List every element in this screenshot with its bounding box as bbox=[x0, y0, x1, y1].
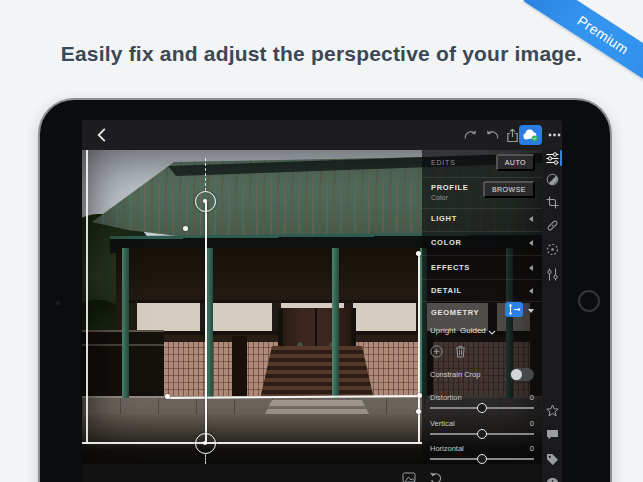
tool-strip bbox=[542, 150, 562, 482]
slider-knob-vertical[interactable] bbox=[477, 429, 487, 439]
slider-track-horizontal[interactable] bbox=[430, 458, 534, 460]
reset-button[interactable] bbox=[428, 470, 444, 482]
slider-track-distortion[interactable] bbox=[430, 407, 534, 409]
home-button bbox=[578, 290, 600, 312]
guide-handle-bottom[interactable] bbox=[195, 433, 216, 454]
right-vertical-guide-line[interactable] bbox=[418, 253, 420, 443]
front-camera-dot bbox=[55, 300, 61, 306]
divider bbox=[422, 301, 542, 302]
more-ellipsis-icon bbox=[548, 133, 561, 137]
profile-label: PROFILE bbox=[431, 183, 468, 192]
guide-endpoint-dot[interactable] bbox=[183, 226, 188, 231]
constrain-crop-toggle[interactable] bbox=[510, 368, 534, 381]
vertical-guide-line[interactable] bbox=[205, 201, 207, 443]
healing-band-aid-icon bbox=[546, 219, 559, 232]
selective-edit-tool-button[interactable] bbox=[542, 240, 562, 258]
edit-tool-button[interactable] bbox=[542, 149, 562, 167]
fine-tune-tool-button[interactable] bbox=[542, 265, 562, 283]
vertical-guide-dashed-extension bbox=[205, 454, 206, 464]
constrain-crop-label: Constrain Crop bbox=[430, 370, 480, 379]
back-chevron-icon bbox=[97, 128, 106, 142]
vertical-guide-dashed-extension bbox=[205, 158, 206, 191]
collapse-caret-icon bbox=[529, 240, 533, 246]
back-button[interactable] bbox=[92, 127, 110, 143]
headline: Easily fix and adjust the perspective of… bbox=[0, 42, 643, 66]
guide-handle-top[interactable] bbox=[195, 191, 216, 212]
slider-value-horizontal: 0 bbox=[530, 444, 534, 453]
slider-label-vertical: Vertical bbox=[430, 419, 455, 428]
guided-upright-tool-button[interactable] bbox=[505, 302, 523, 317]
section-detail[interactable]: DETAIL bbox=[431, 286, 462, 295]
slider-value-vertical: 0 bbox=[530, 419, 534, 428]
reset-arrow-icon bbox=[429, 471, 443, 482]
slider-label-distortion: Distortion bbox=[430, 393, 462, 402]
rate-tool-button[interactable] bbox=[542, 401, 562, 419]
star-icon bbox=[546, 404, 559, 417]
divider bbox=[422, 279, 542, 280]
divider bbox=[422, 255, 542, 256]
undo-icon bbox=[485, 129, 500, 142]
slider-label-horizontal: Horizontal bbox=[430, 444, 464, 453]
fine-tune-sliders-icon bbox=[546, 268, 559, 281]
healing-tool-button[interactable] bbox=[542, 216, 562, 234]
guided-upright-icon bbox=[507, 304, 521, 315]
info-tool-button[interactable] bbox=[542, 474, 562, 482]
profile-value: Color bbox=[431, 194, 448, 201]
guide-endpoint-dot[interactable] bbox=[416, 251, 421, 256]
edit-panel: EDITS AUTO PROFILE Color BROWSE LIGHT CO… bbox=[422, 150, 542, 464]
more-button[interactable] bbox=[545, 127, 562, 143]
cloud-sync-checked-icon bbox=[522, 129, 539, 142]
slider-knob-horizontal[interactable] bbox=[477, 454, 487, 464]
crop-rotate-icon bbox=[546, 196, 559, 209]
teal-pillar bbox=[206, 248, 213, 398]
teal-pillar bbox=[332, 248, 339, 398]
undo-button[interactable] bbox=[483, 127, 501, 143]
ipad-device-frame: EDITS AUTO PROFILE Color BROWSE LIGHT CO… bbox=[38, 98, 612, 482]
share-icon bbox=[506, 128, 519, 143]
upright-label: Upright bbox=[430, 326, 456, 335]
edit-controls-icon bbox=[546, 152, 559, 165]
add-guide-button[interactable] bbox=[430, 344, 443, 357]
before-after-frame-icon bbox=[402, 471, 416, 482]
upright-mode-dropdown[interactable]: Guided bbox=[460, 326, 486, 335]
edits-label: EDITS bbox=[431, 159, 456, 166]
teal-pillar bbox=[122, 248, 129, 398]
dotted-circle-icon bbox=[546, 243, 559, 256]
profiles-tool-button[interactable] bbox=[542, 170, 562, 188]
app-screen: EDITS AUTO PROFILE Color BROWSE LIGHT CO… bbox=[82, 120, 562, 482]
slider-track-vertical[interactable] bbox=[430, 433, 534, 435]
bottom-bar bbox=[82, 464, 542, 482]
section-geometry[interactable]: GEOMETRY bbox=[431, 308, 479, 317]
facade-frame-bar bbox=[232, 336, 247, 397]
browse-button[interactable]: BROWSE bbox=[483, 181, 535, 198]
app-store-screenshot: Easily fix and adjust the perspective of… bbox=[0, 0, 643, 482]
section-light[interactable]: LIGHT bbox=[431, 214, 457, 223]
tone-circle-icon bbox=[546, 173, 559, 186]
info-icon bbox=[546, 477, 559, 482]
guide-endpoint-dot[interactable] bbox=[416, 409, 421, 414]
activity-tool-button[interactable] bbox=[542, 426, 562, 444]
bottom-edge-guide-line bbox=[82, 442, 422, 444]
keyword-tool-button[interactable] bbox=[542, 450, 562, 468]
collapse-caret-icon bbox=[529, 265, 533, 271]
delete-guide-button[interactable] bbox=[455, 344, 466, 357]
expand-caret-icon[interactable] bbox=[528, 309, 534, 313]
collapse-caret-icon bbox=[529, 288, 533, 294]
divider bbox=[422, 231, 542, 232]
slider-value-distortion: 0 bbox=[530, 393, 534, 402]
section-effects[interactable]: EFFECTS bbox=[431, 263, 470, 272]
divider bbox=[422, 177, 542, 178]
guide-endpoint-dot[interactable] bbox=[165, 394, 170, 399]
chevron-down-icon bbox=[488, 330, 496, 335]
slider-knob-distortion[interactable] bbox=[477, 403, 487, 413]
top-toolbar bbox=[82, 120, 562, 150]
before-after-button[interactable] bbox=[401, 470, 417, 482]
divider bbox=[422, 208, 542, 209]
keyword-tag-icon bbox=[546, 453, 559, 466]
auto-button[interactable]: AUTO bbox=[496, 154, 535, 171]
left-edge-guide-line bbox=[86, 150, 88, 443]
cloud-sync-button[interactable] bbox=[519, 125, 542, 145]
section-color[interactable]: COLOR bbox=[431, 238, 462, 247]
crop-tool-button[interactable] bbox=[542, 193, 562, 211]
redo-button[interactable] bbox=[461, 127, 479, 143]
